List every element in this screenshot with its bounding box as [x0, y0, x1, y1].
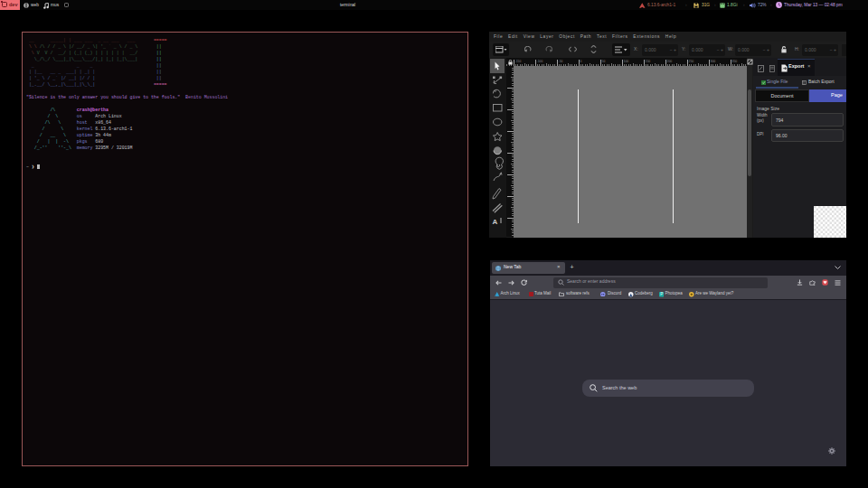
- svg-text:-150: -150: [515, 60, 522, 63]
- svg-text:100: 100: [624, 60, 629, 63]
- svg-text:250: 250: [689, 60, 694, 63]
- svg-text:150: 150: [646, 60, 651, 63]
- svg-text:A: A: [493, 218, 498, 226]
- svg-text:200: 200: [667, 60, 673, 63]
- svg-text:350: 350: [732, 60, 738, 63]
- svg-text:P: P: [660, 292, 663, 296]
- svg-text:-50: -50: [559, 60, 563, 63]
- svg-text:0: 0: [580, 60, 582, 63]
- svg-text:50: 50: [602, 60, 606, 63]
- svg-text:-100: -100: [537, 60, 543, 63]
- svg-text:300: 300: [711, 60, 716, 63]
